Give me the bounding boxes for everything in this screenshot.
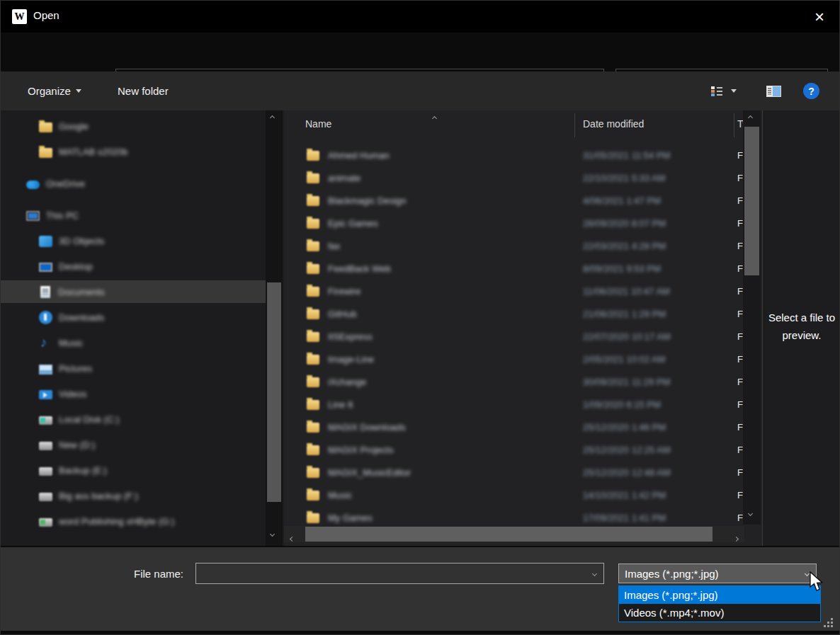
file-name-cell: Epic Games	[328, 218, 378, 229]
sidebar-item[interactable]: Backup (E:)	[1, 459, 266, 481]
file-name-cell: animate	[328, 173, 361, 183]
sidebar-item[interactable]: MATLAB s2020b	[1, 140, 266, 163]
type-cell: F	[737, 490, 743, 500]
sidebar-item[interactable]: Local Disk (C:)	[1, 408, 266, 430]
sidebar-item[interactable]: Desktop	[1, 255, 266, 278]
file-row[interactable]: animate 22/10/2021 5:33 AM F	[284, 167, 743, 190]
new-folder-label: New folder	[118, 85, 169, 97]
file-type-combobox[interactable]: Images (*.png;*.jpg)	[618, 564, 817, 583]
chevron-down-icon[interactable]	[592, 571, 597, 576]
sidebar-item[interactable]: word Publishing xHByte (G:)	[1, 510, 266, 532]
dropdown-arrow-icon	[731, 89, 737, 93]
sidebar-item-label: Pictures	[59, 363, 92, 374]
sidebar-scrollbar[interactable]	[266, 110, 283, 546]
file-row[interactable]: Blackmagic Design 4/06/2021 1:47 PM F	[284, 190, 743, 212]
sidebar-item[interactable]: Downloads	[1, 306, 266, 328]
sidebar-item-icon	[39, 122, 52, 132]
file-row[interactable]: Ahmed Human 31/05/2021 11:54 PM F	[284, 144, 743, 167]
file-name-cell: Image-Line	[328, 354, 374, 365]
file-row[interactable]: MAGIX Downloads 25/12/2020 1:46 PM F	[284, 416, 743, 439]
scroll-up-icon[interactable]	[271, 116, 274, 120]
new-folder-button[interactable]: New folder	[118, 71, 169, 110]
dialog-content: Google MATLAB s2020b OneDrive This PC 3D…	[1, 110, 839, 546]
file-name-combobox	[195, 563, 604, 584]
column-header-date-modified[interactable]: Date modified	[583, 118, 644, 130]
folder-icon	[307, 196, 319, 206]
column-headers: Name Date modified Ty	[284, 110, 762, 140]
sidebar-item[interactable]: Google	[1, 115, 266, 137]
organize-button[interactable]: Organize	[28, 71, 81, 110]
sidebar-item[interactable]: New (D:)	[1, 433, 266, 456]
file-list-horizontal-scrollbar[interactable]	[284, 526, 744, 542]
navigation-bar: ← → ↑ This PC Documents	[1, 33, 839, 71]
file-name-cell: iXchange	[328, 377, 366, 387]
type-cell: F	[737, 195, 743, 206]
date-modified-cell: 28/09/2020 8:07 PM	[583, 218, 666, 229]
change-view-button[interactable]	[711, 71, 737, 110]
file-row[interactable]: FeedBack Web 8/09/2021 9:53 PM F	[284, 258, 743, 280]
preview-pane-button[interactable]	[766, 71, 781, 110]
sort-ascending-icon	[433, 110, 436, 123]
close-button[interactable]: ×	[800, 1, 839, 33]
sidebar-item[interactable]: Big ass backup (F:)	[1, 484, 266, 507]
sidebar-item-icon	[39, 518, 52, 527]
sidebar-item[interactable]: Documents	[1, 280, 266, 303]
scroll-down-icon[interactable]	[749, 512, 752, 515]
file-row[interactable]: fax 22/03/2021 4:28 PM F	[284, 235, 743, 258]
sidebar-scrollbar-thumb[interactable]	[267, 282, 281, 502]
scroll-right-icon[interactable]	[734, 531, 738, 544]
file-type-option[interactable]: Images (*.png;*.jpg)	[619, 586, 820, 604]
file-name-cell: IISExpress	[328, 331, 373, 342]
column-divider[interactable]	[734, 113, 734, 137]
date-modified-cell: 14/10/2021 1:42 PM	[583, 490, 666, 500]
folder-icon	[307, 264, 319, 274]
file-row[interactable]: MAGIX Projects 25/12/2020 12:25 AM F	[284, 439, 743, 462]
sidebar-item[interactable]: OneDrive	[1, 172, 266, 195]
details-view-icon	[711, 86, 722, 96]
file-row[interactable]: IISExpress 22/07/2020 10:17 AM F	[284, 326, 743, 348]
folder-icon	[307, 377, 319, 387]
type-cell: F	[737, 309, 743, 319]
sidebar-item[interactable]: Videos	[1, 382, 266, 405]
file-row[interactable]: Image-Line 2/05/2021 10:02 AM F	[284, 348, 743, 371]
horizontal-scrollbar-thumb[interactable]	[305, 527, 713, 542]
sidebar-item-icon	[26, 181, 40, 189]
scroll-up-icon[interactable]	[749, 116, 752, 120]
file-list-vertical-scrollbar[interactable]	[743, 110, 761, 525]
file-row[interactable]: iXchange 30/09/2021 11:29 PM F	[284, 371, 743, 394]
sidebar-tree: Google MATLAB s2020b OneDrive This PC 3D…	[1, 110, 266, 532]
file-row[interactable]: Epic Games 28/09/2020 8:07 PM F	[284, 212, 743, 235]
date-modified-cell: 4/06/2021 1:47 PM	[583, 195, 661, 206]
vertical-scrollbar-thumb[interactable]	[744, 127, 759, 275]
file-row[interactable]: Music 14/10/2021 1:42 PM F	[284, 484, 743, 507]
folder-icon	[307, 173, 319, 183]
help-icon: ?	[808, 86, 815, 97]
scroll-left-icon[interactable]	[290, 531, 294, 544]
file-list-panel: Name Date modified Ty Ahmed Human 31/05/…	[284, 110, 762, 546]
folder-icon	[307, 355, 319, 365]
sidebar-item-label: word Publishing xHByte (G:)	[59, 516, 174, 527]
type-cell: F	[737, 218, 743, 229]
file-name-input[interactable]	[196, 568, 593, 580]
help-button[interactable]: ?	[803, 83, 819, 99]
file-row[interactable]: MAGIX_MusicEditor 25/12/2020 12:48 AM F	[284, 462, 743, 484]
column-divider[interactable]	[574, 113, 575, 137]
type-cell: F	[737, 150, 743, 161]
sidebar-item[interactable]: Music	[1, 331, 266, 354]
sidebar-item-label: OneDrive	[46, 178, 85, 189]
file-row[interactable]: Firewire 11/06/2021 10:47 AM F	[284, 280, 743, 303]
sidebar-item[interactable]: This PC	[1, 204, 266, 227]
sidebar-item[interactable]: 3D Objects	[1, 229, 266, 252]
sidebar-item-icon	[39, 390, 52, 399]
file-row[interactable]: Line 6 1/09/2020 6:15 PM F	[284, 394, 743, 416]
file-row[interactable]: My Games 17/09/2021 1:41 PM F	[284, 507, 743, 525]
scroll-down-icon[interactable]	[271, 532, 274, 536]
folder-icon	[307, 219, 319, 229]
file-type-option[interactable]: Videos (*.mp4;*.mov)	[619, 604, 820, 622]
sidebar-item-label: MATLAB s2020b	[59, 147, 127, 157]
sidebar-item[interactable]: Pictures	[1, 357, 266, 379]
file-row[interactable]: GitHub 21/06/2021 1:29 PM F	[284, 303, 743, 326]
window-resize-grip[interactable]	[824, 618, 834, 628]
column-header-name[interactable]: Name	[305, 118, 331, 130]
folder-icon	[307, 513, 319, 523]
